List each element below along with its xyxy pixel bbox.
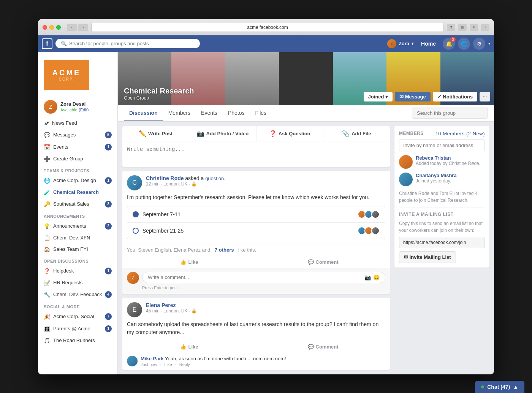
search-group-input[interactable] (412, 108, 488, 119)
open-discussions-section-title: OPEN DISCUSSIONS (38, 255, 117, 265)
user-dropdown-caret[interactable]: ▾ (412, 41, 413, 46)
message-button[interactable]: ✉ Message (395, 92, 431, 101)
sidebar-item-newsfeed[interactable]: 🗞 News Feed (38, 117, 117, 129)
tab-icon[interactable]: ⊞ (458, 24, 467, 31)
profile-edit-link[interactable]: (Edit) (79, 108, 89, 112)
ask-question-button[interactable]: ❓ Ask Question (256, 126, 323, 141)
back-button[interactable]: ‹ (67, 24, 77, 31)
notifications-button[interactable]: 🔔 3 (443, 38, 455, 50)
like-button-1[interactable]: 👍 Like (122, 256, 256, 268)
sidebar-item-helpdesk[interactable]: ❓ Helpdesk 1 (38, 265, 117, 277)
maximize-button[interactable] (56, 25, 61, 30)
post-avatar-1: C (127, 175, 142, 190)
fb-body: ACME CORP. Z Zora Desai Available (Edit)… (38, 52, 494, 374)
comment-input[interactable] (148, 274, 361, 280)
sidebar-item-parents-acme[interactable]: 👨‍👩‍👧 Parents @ Acme 1 (38, 323, 117, 335)
post-author-2[interactable]: Elena Perez (146, 302, 385, 308)
sales-team-fyi-icon: 🏠 (44, 246, 50, 252)
write-post-button[interactable]: ✏️ Write Post (122, 126, 189, 141)
mailing-link-box[interactable]: https://acme.facebook.com/join (399, 237, 485, 248)
southeast-sales-icon: 🔑 (44, 201, 50, 207)
post-question-link[interactable]: question. (205, 176, 225, 181)
minimize-button[interactable] (49, 25, 54, 30)
add-file-button[interactable]: 📎 Add File (323, 126, 390, 141)
tab-events[interactable]: Events (196, 105, 223, 121)
like-others-link[interactable]: 7 others (215, 247, 234, 253)
poll-avatar-mini-3 (371, 210, 380, 219)
sidebar-item-sales-team-fyi[interactable]: 🏠 Sales Team FYI (38, 244, 117, 255)
sidebar-item-chemical-research[interactable]: 🧪 Chemical Research (38, 187, 117, 198)
press-enter-hint: Press Enter to post. (142, 285, 385, 290)
search-input[interactable] (69, 41, 195, 46)
share-icon[interactable]: ⬆ (447, 24, 455, 31)
company-name: ACME (52, 68, 81, 77)
chem-dev-xfn-label: Chem. Dev. XFN (53, 235, 90, 241)
invite-input[interactable] (399, 139, 485, 151)
post-header-1: C Christine Røde asked a question. 12 mi… (122, 171, 390, 193)
events-icon: 📅 (44, 144, 50, 150)
profile-name: Zora Desai (60, 101, 89, 107)
sidebar-item-acme-social[interactable]: 🎉 Acme Corp. Social 7 (38, 311, 117, 323)
sidebar-item-chem-dev-feedback[interactable]: 🔧 Chem. Dev. Feedback 4 (38, 288, 117, 301)
sidebar-logo: ACME CORP. (38, 56, 117, 98)
tab-discussion[interactable]: Discussion (124, 105, 163, 121)
fb-username: Zora (399, 41, 409, 46)
cover-overlay: Chemical Research Open Group (118, 82, 200, 105)
members-count: 10 Members (2 New) (435, 131, 485, 136)
post-author-1[interactable]: Christine Røde (146, 175, 184, 181)
poll-avatars-2 (359, 227, 380, 235)
fb-user-nav[interactable]: Z Zora ▾ (387, 39, 413, 48)
comment-button-2[interactable]: 💬 Comment (256, 341, 390, 353)
fb-search-bar[interactable]: 🔍 (55, 39, 200, 48)
sidebar-item-hr-requests[interactable]: 📝 HR Requests (38, 277, 117, 288)
nav-caret[interactable]: ▾ (488, 41, 490, 46)
announcements-section-title: ANNOUNCEMENTS (38, 210, 117, 220)
add-photo-video-button[interactable]: 📷 Add Photo / Video (189, 126, 256, 141)
sidebar-item-acme-design[interactable]: 🌐 Acme Corp. Design 1 (38, 174, 117, 187)
close-button[interactable] (43, 25, 47, 30)
invite-mailing-button[interactable]: ✉ Invite Mailing List (399, 251, 456, 263)
sidebar-item-events[interactable]: 📅 Events 1 (38, 141, 117, 153)
acme-design-badge: 1 (105, 177, 112, 184)
sidebar-item-southeast-sales[interactable]: 🔑 Southeast Sales 3 (38, 198, 117, 210)
like-button-2[interactable]: 👍 Like (122, 341, 256, 353)
globe-icon[interactable]: 🌐 (458, 38, 470, 50)
reply-reply-link[interactable]: Reply (179, 362, 190, 367)
tab-members[interactable]: Members (163, 105, 196, 121)
post-meta-1: Christine Røde asked a question. 12 min … (146, 175, 385, 187)
url-text: acme.facebook.com (247, 25, 288, 30)
new-tab-icon[interactable]: + (481, 24, 489, 31)
poll-option-1[interactable]: September 7-11 (127, 206, 385, 223)
tab-files[interactable]: Files (250, 105, 272, 121)
company-logo: ACME CORP. (44, 60, 89, 90)
reply-like-link[interactable]: Like (164, 362, 172, 367)
sidebar-item-announcments[interactable]: 💡 Announcments 2 (38, 220, 117, 232)
chem-dev-xfn-icon: 📋 (44, 235, 50, 241)
more-options-button[interactable]: ··· (480, 92, 490, 101)
parents-acme-label: Parents @ Acme (53, 326, 90, 331)
notifications-button-group[interactable]: ✓ Notifications (433, 92, 477, 101)
member-name-1[interactable]: Rebeca Tristan (416, 155, 480, 161)
download-icon[interactable]: ⬇ (470, 24, 478, 31)
comment-input-box[interactable]: 📷 😊 (142, 272, 385, 283)
poll-option-2[interactable]: September 21-25 (127, 223, 385, 239)
reply-author[interactable]: Mike Park (141, 356, 164, 361)
member-name-2[interactable]: Chaitanya Mishra (416, 173, 457, 178)
add-file-label: Add File (352, 131, 371, 136)
chem-dev-feedback-badge: 4 (105, 291, 112, 298)
address-bar[interactable]: acme.facebook.com (91, 23, 444, 32)
sidebar-item-messages[interactable]: 💬 Messages 5 (38, 129, 117, 141)
sidebar-item-chem-dev-xfn[interactable]: 📋 Chem. Dev. XFN (38, 232, 117, 244)
parents-acme-icon: 👨‍👩‍👧 (44, 326, 50, 332)
sidebar-item-road-runners[interactable]: 🎵 The Road Runners (38, 335, 117, 346)
joined-button[interactable]: Joined ▾ (364, 92, 393, 101)
forward-button[interactable]: › (78, 24, 88, 31)
browser-window: ‹ › acme.facebook.com ⬆ ⊞ ⬇ + f 🔍 Z Zora… (38, 19, 494, 374)
comment-label-2: Comment (316, 344, 339, 350)
write-post-textarea[interactable] (127, 146, 385, 161)
comment-button-1[interactable]: 💬 Comment (256, 256, 390, 268)
home-link[interactable]: Home (421, 41, 436, 47)
settings-icon[interactable]: ⚙ (473, 38, 485, 50)
tab-photos[interactable]: Photos (223, 105, 250, 121)
sidebar-item-create-group[interactable]: ➕ Create Group (38, 153, 117, 165)
